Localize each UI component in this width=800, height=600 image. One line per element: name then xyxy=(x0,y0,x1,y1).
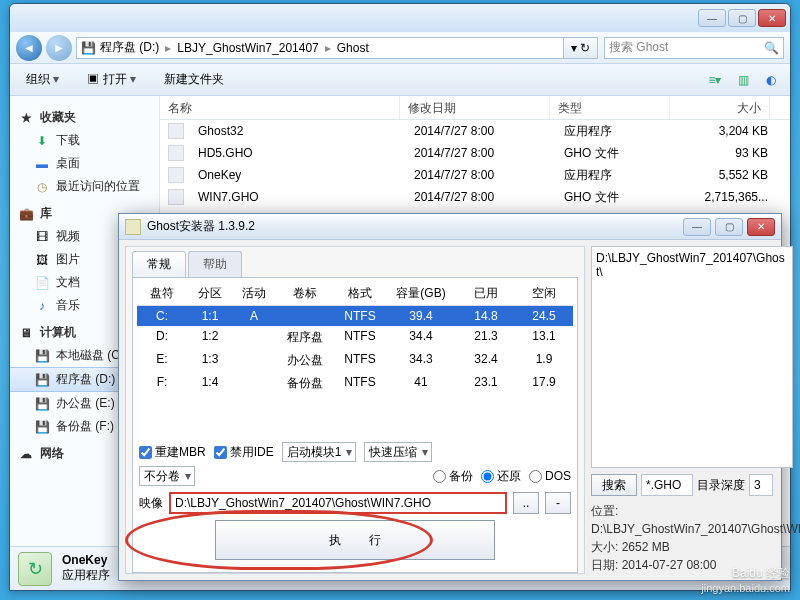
partition-table: 盘符 分区 活动 卷标 格式 容量(GB) 已用 空闲 C:1:1ANTFS39… xyxy=(137,282,573,395)
col-format: 格式 xyxy=(335,282,385,305)
dlg-close-button[interactable]: ✕ xyxy=(747,218,775,236)
desktop-icon: ▬ xyxy=(34,156,50,172)
back-button[interactable]: ◄ xyxy=(16,35,42,61)
boot-module-select[interactable]: 启动模块1 xyxy=(282,442,357,462)
app-icon: ↻ xyxy=(18,552,52,586)
search-placeholder: 搜索 Ghost xyxy=(609,39,668,56)
col-date[interactable]: 修改日期 xyxy=(400,96,550,119)
sidebar-item-recent[interactable]: ◷最近访问的位置 xyxy=(10,175,159,198)
depth-label: 目录深度 xyxy=(697,477,745,494)
drive-icon: 💾 xyxy=(81,41,96,55)
ghost-icon xyxy=(125,219,141,235)
explorer-toolbar: 组织 ▣ 打开 新建文件夹 ≡▾ ▥ ◐ xyxy=(10,64,790,96)
file-row[interactable]: Ghost322014/7/27 8:00应用程序3,204 KB xyxy=(160,120,790,142)
dialog-titlebar: Ghost安装器 1.3.9.2 — ▢ ✕ xyxy=(119,214,781,240)
col-type[interactable]: 类型 xyxy=(550,96,670,119)
file-row[interactable]: WIN7.GHO2014/7/27 8:00GHO 文件2,715,365... xyxy=(160,186,790,208)
depth-input[interactable]: 3 xyxy=(749,474,773,496)
preview-pane-button[interactable]: ▥ xyxy=(732,70,754,90)
star-icon: ★ xyxy=(18,110,34,126)
col-active: 活动 xyxy=(233,282,275,305)
maximize-button[interactable]: ▢ xyxy=(728,9,756,27)
file-row[interactable]: OneKey2014/7/27 8:00应用程序5,552 KB xyxy=(160,164,790,186)
split-select[interactable]: 不分卷 xyxy=(139,466,195,486)
search-input[interactable]: 搜索 Ghost 🔍 xyxy=(604,37,784,59)
image-list[interactable]: D:\LBJY_GhostWin7_201407\Ghost\ xyxy=(591,246,793,468)
ghost-dialog: Ghost安装器 1.3.9.2 — ▢ ✕ 常规 帮助 盘符 分区 活动 卷标… xyxy=(118,213,782,581)
remove-button[interactable]: - xyxy=(545,492,571,514)
image-path-input[interactable]: D:\LBJY_GhostWin7_201407\Ghost\WIN7.GHO xyxy=(169,492,507,514)
sidebar-item-downloads[interactable]: ⬇下载 xyxy=(10,129,159,152)
restore-radio[interactable]: 还原 xyxy=(481,468,521,485)
dos-radio[interactable]: DOS xyxy=(529,469,571,483)
file-icon xyxy=(168,189,184,205)
chevron-right-icon: ▸ xyxy=(323,41,333,55)
compress-select[interactable]: 快速压缩 xyxy=(364,442,432,462)
crumb-part[interactable]: LBJY_GhostWin7_201407 xyxy=(173,41,322,55)
drive-icon: 💾 xyxy=(34,372,50,388)
recent-icon: ◷ xyxy=(34,179,50,195)
dialog-right-pane: D:\LBJY_GhostWin7_201407\Ghost\ 搜索 *.GHO… xyxy=(591,246,793,574)
address-bar[interactable]: 💾 程序盘 (D:) ▸ LBJY_GhostWin7_201407 ▸ Gho… xyxy=(76,37,564,59)
picture-icon: 🖼 xyxy=(34,252,50,268)
status-name: OneKey xyxy=(62,553,107,567)
file-icon xyxy=(168,167,184,183)
open-button[interactable]: ▣ 打开 xyxy=(79,68,144,91)
tab-help[interactable]: 帮助 xyxy=(188,251,242,277)
rebuild-mbr-checkbox[interactable]: 重建MBR xyxy=(139,444,206,461)
sidebar-item-desktop[interactable]: ▬桌面 xyxy=(10,152,159,175)
library-icon: 💼 xyxy=(18,206,34,222)
crumb-part[interactable]: 程序盘 (D:) xyxy=(96,39,163,56)
chevron-right-icon: ▸ xyxy=(163,41,173,55)
file-icon xyxy=(168,123,184,139)
video-icon: 🎞 xyxy=(34,229,50,245)
dialog-left-pane: 常规 帮助 盘符 分区 活动 卷标 格式 容量(GB) 已用 空闲 C:1:1A… xyxy=(125,246,585,574)
partition-row[interactable]: F:1:4备份盘NTFS4123.117.9 xyxy=(137,372,573,395)
address-dropdown[interactable]: ▾ ↻ xyxy=(564,37,598,59)
backup-radio[interactable]: 备份 xyxy=(433,468,473,485)
organize-button[interactable]: 组织 xyxy=(18,68,67,91)
col-volume: 卷标 xyxy=(275,282,335,305)
image-info: 位置: D:\LBJY_GhostWin7_201407\Ghost\WI 大小… xyxy=(591,502,793,574)
music-icon: ♪ xyxy=(34,298,50,314)
computer-icon: 🖥 xyxy=(18,325,34,341)
drive-icon: 💾 xyxy=(34,419,50,435)
close-button[interactable]: ✕ xyxy=(758,9,786,27)
col-capacity: 容量(GB) xyxy=(385,282,457,305)
download-icon: ⬇ xyxy=(34,133,50,149)
col-size[interactable]: 大小 xyxy=(670,96,770,119)
col-name[interactable]: 名称 xyxy=(160,96,400,119)
col-partition: 分区 xyxy=(187,282,233,305)
file-row[interactable]: HD5.GHO2014/7/27 8:00GHO 文件93 KB xyxy=(160,142,790,164)
disable-ide-checkbox[interactable]: 禁用IDE xyxy=(214,444,274,461)
drive-icon: 💾 xyxy=(34,348,50,364)
column-headers: 名称 修改日期 类型 大小 xyxy=(160,96,790,120)
view-options-button[interactable]: ≡▾ xyxy=(704,70,726,90)
partition-row[interactable]: D:1:2程序盘NTFS34.421.313.1 xyxy=(137,326,573,349)
col-used: 已用 xyxy=(457,282,515,305)
watermark: Baidu 经验 jingyan.baidu.com xyxy=(701,565,790,594)
col-free: 空闲 xyxy=(515,282,573,305)
crumb-part[interactable]: Ghost xyxy=(333,41,373,55)
minimize-button[interactable]: — xyxy=(698,9,726,27)
browse-button[interactable]: .. xyxy=(513,492,539,514)
new-folder-button[interactable]: 新建文件夹 xyxy=(156,68,232,91)
network-icon: ☁ xyxy=(18,446,34,462)
dlg-minimize-button[interactable]: — xyxy=(683,218,711,236)
partition-row[interactable]: C:1:1ANTFS39.414.824.5 xyxy=(137,306,573,326)
forward-button[interactable]: ► xyxy=(46,35,72,61)
status-type: 应用程序 xyxy=(62,567,110,584)
extension-input[interactable]: *.GHO xyxy=(641,474,693,496)
search-images-button[interactable]: 搜索 xyxy=(591,474,637,496)
drive-icon: 💾 xyxy=(34,396,50,412)
document-icon: 📄 xyxy=(34,275,50,291)
explorer-navbar: ◄ ► 💾 程序盘 (D:) ▸ LBJY_GhostWin7_201407 ▸… xyxy=(10,32,790,64)
file-icon xyxy=(168,145,184,161)
dlg-maximize-button[interactable]: ▢ xyxy=(715,218,743,236)
execute-button[interactable]: 执行 xyxy=(215,520,495,560)
partition-row[interactable]: E:1:3办公盘NTFS34.332.41.9 xyxy=(137,349,573,372)
col-drive: 盘符 xyxy=(137,282,187,305)
tab-general[interactable]: 常规 xyxy=(132,251,186,277)
help-button[interactable]: ◐ xyxy=(760,70,782,90)
sidebar-favorites[interactable]: ★收藏夹 xyxy=(10,106,159,129)
